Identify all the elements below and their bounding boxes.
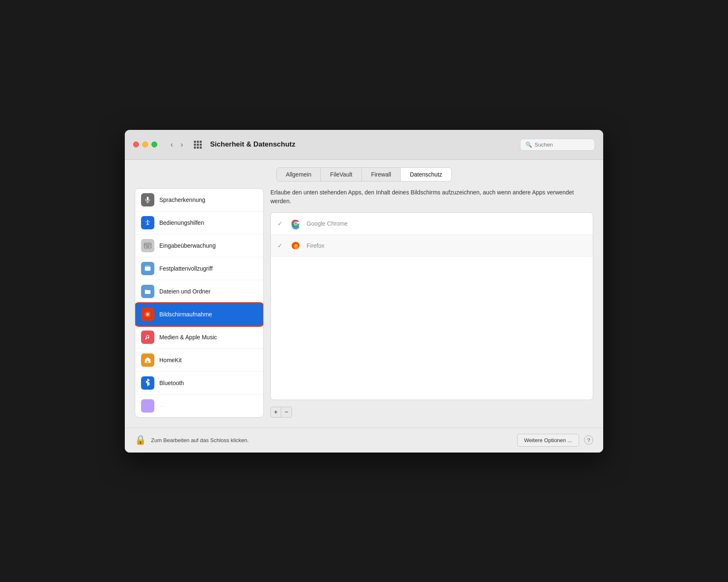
app-item-firefox[interactable]: ✓ Firefox bbox=[271, 235, 593, 257]
firefox-app-icon bbox=[290, 240, 302, 251]
bluetooth-icon bbox=[141, 376, 154, 390]
traffic-lights bbox=[133, 142, 157, 147]
grid-dot bbox=[197, 141, 199, 143]
chrome-app-name: Google Chrome bbox=[307, 220, 348, 227]
sidebar-item-eingabe[interactable]: Eingabeüberwachung bbox=[135, 234, 263, 257]
remove-app-button[interactable]: − bbox=[281, 407, 292, 418]
sidebar-item-bedienungshilfen[interactable]: Bedienungshilfen bbox=[135, 211, 263, 234]
dateien-icon bbox=[141, 285, 154, 298]
svg-rect-12 bbox=[147, 245, 148, 246]
weitere-optionen-button[interactable]: Weitere Optionen ... bbox=[517, 434, 579, 447]
dateien-label: Dateien und Ordner bbox=[159, 288, 210, 295]
apps-list: ✓ Google Chrome bbox=[270, 212, 593, 400]
bedienungshilfen-icon bbox=[141, 216, 154, 229]
svg-rect-7 bbox=[147, 244, 148, 245]
sidebar-item-dateien[interactable]: Dateien und Ordner bbox=[135, 280, 263, 303]
titlebar: ‹ › Sicherheit & Datenschutz 🔍 bbox=[125, 130, 603, 160]
bottom-bar: 🔒 Zum Bearbeiten auf das Schloss klicken… bbox=[125, 428, 603, 453]
svg-rect-0 bbox=[147, 196, 149, 200]
minimize-button[interactable] bbox=[142, 142, 148, 147]
spracherkennung-icon bbox=[141, 193, 154, 206]
sidebar: Spracherkennung Bedienungshilfen bbox=[135, 188, 264, 418]
grid-dot bbox=[200, 147, 202, 149]
bildschirm-label: Bildschirmaufnahme bbox=[159, 311, 212, 318]
medien-icon bbox=[141, 331, 154, 344]
window-title: Sicherheit & Datenschutz bbox=[210, 140, 515, 149]
svg-point-17 bbox=[147, 313, 149, 315]
svg-rect-13 bbox=[149, 245, 149, 246]
svg-rect-5 bbox=[145, 244, 146, 245]
bedienungshilfen-label: Bedienungshilfen bbox=[159, 219, 204, 226]
grid-dot bbox=[194, 144, 196, 146]
tab-allgemein[interactable]: Allgemein bbox=[277, 168, 321, 181]
app-item-chrome[interactable]: ✓ Google Chrome bbox=[271, 213, 593, 235]
spracherkennung-label: Spracherkennung bbox=[159, 196, 206, 203]
bildschirm-icon bbox=[141, 308, 154, 321]
action-buttons: + − bbox=[270, 407, 593, 418]
search-input[interactable] bbox=[535, 142, 589, 148]
lock-text: Zum Bearbeiten auf das Schloss klicken. bbox=[151, 437, 512, 443]
firefox-app-name: Firefox bbox=[307, 242, 324, 249]
grid-dot bbox=[197, 147, 199, 149]
maximize-button[interactable] bbox=[151, 142, 157, 147]
sidebar-item-medien[interactable]: Medien & Apple Music bbox=[135, 326, 263, 349]
grid-dot bbox=[194, 141, 196, 143]
svg-point-22 bbox=[295, 222, 297, 225]
svg-rect-18 bbox=[147, 361, 149, 363]
back-button[interactable]: ‹ bbox=[168, 139, 176, 151]
tabs-area: Allgemein FileVault Firewall Datenschutz bbox=[125, 160, 603, 182]
nav-buttons: ‹ › bbox=[168, 139, 186, 151]
tab-firewall[interactable]: Firewall bbox=[362, 168, 401, 181]
grid-dot bbox=[200, 141, 202, 143]
tab-filevault[interactable]: FileVault bbox=[321, 168, 362, 181]
lock-icon: 🔒 bbox=[135, 435, 146, 445]
eingabe-icon bbox=[141, 239, 154, 252]
medien-label: Medien & Apple Music bbox=[159, 334, 217, 341]
svg-rect-11 bbox=[146, 245, 147, 246]
empty-apps-area bbox=[271, 257, 593, 298]
add-app-button[interactable]: + bbox=[270, 407, 281, 418]
sidebar-item-bildschirm[interactable]: Bildschirmaufnahme bbox=[135, 303, 263, 326]
svg-rect-6 bbox=[146, 244, 147, 245]
last-label: ··· bbox=[159, 403, 164, 409]
tab-datenschutz[interactable]: Datenschutz bbox=[401, 168, 451, 181]
help-button[interactable]: ? bbox=[584, 435, 593, 445]
search-box[interactable]: 🔍 bbox=[520, 139, 595, 151]
last-icon bbox=[141, 399, 154, 413]
right-panel: Erlaube den unten stehenden Apps, den In… bbox=[270, 188, 593, 418]
homekit-icon bbox=[141, 353, 154, 367]
sidebar-item-spracherkennung[interactable]: Spracherkennung bbox=[135, 189, 263, 211]
main-content: Spracherkennung Bedienungshilfen bbox=[125, 182, 603, 428]
svg-rect-8 bbox=[149, 244, 149, 245]
festplatte-label: Festplattenvollzugriff bbox=[159, 265, 213, 272]
eingabe-label: Eingabeüberwachung bbox=[159, 242, 215, 249]
svg-rect-14 bbox=[146, 246, 149, 247]
bluetooth-label: Bluetooth bbox=[159, 380, 184, 386]
description-text: Erlaube den unten stehenden Apps, den In… bbox=[270, 188, 593, 206]
sidebar-item-bluetooth[interactable]: Bluetooth bbox=[135, 372, 263, 395]
main-window: ‹ › Sicherheit & Datenschutz 🔍 Allgemein… bbox=[125, 130, 603, 453]
grid-dot bbox=[194, 147, 196, 149]
tabs-container: Allgemein FileVault Firewall Datenschutz bbox=[276, 167, 452, 182]
sidebar-item-homekit[interactable]: HomeKit bbox=[135, 349, 263, 372]
chrome-app-icon bbox=[290, 218, 302, 229]
festplatte-icon bbox=[141, 262, 154, 275]
svg-rect-10 bbox=[145, 245, 146, 246]
app-grid-icon[interactable] bbox=[194, 141, 202, 149]
svg-rect-9 bbox=[150, 244, 151, 245]
svg-point-3 bbox=[147, 220, 149, 221]
close-button[interactable] bbox=[133, 142, 139, 147]
sidebar-item-last[interactable]: ··· bbox=[135, 395, 263, 417]
forward-button[interactable]: › bbox=[178, 139, 186, 151]
grid-dot bbox=[197, 144, 199, 146]
search-icon: 🔍 bbox=[525, 142, 532, 148]
homekit-label: HomeKit bbox=[159, 357, 182, 363]
sidebar-item-festplatte[interactable]: Festplattenvollzugriff bbox=[135, 257, 263, 280]
firefox-check-icon: ✓ bbox=[277, 242, 285, 249]
chrome-check-icon: ✓ bbox=[277, 220, 285, 227]
grid-dot bbox=[200, 144, 202, 146]
